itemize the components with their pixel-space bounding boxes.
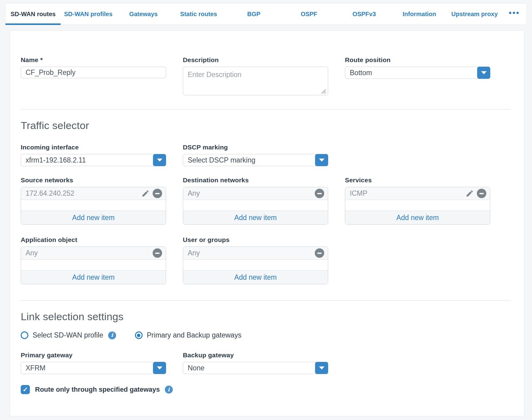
tab-more-menu[interactable]: ••• xyxy=(502,3,527,25)
name-label: Name * xyxy=(21,56,166,64)
radio-button-icon[interactable] xyxy=(21,331,28,339)
item-text: ICMP xyxy=(350,189,466,198)
incoming-interface-label: Incoming interface xyxy=(21,144,166,151)
minus-circle-icon[interactable] xyxy=(315,248,324,258)
route-only-label: Route only through specified gateways xyxy=(35,386,160,394)
minus-circle-icon[interactable] xyxy=(153,189,162,198)
chevron-down-icon[interactable] xyxy=(315,154,328,166)
tab-label: SD-WAN routes xyxy=(11,11,56,18)
tab-label: SD-WAN profiles xyxy=(64,11,112,18)
description-field: Description xyxy=(183,56,328,96)
tab-ospf[interactable]: OSPF xyxy=(282,3,337,25)
radio-select-sd-wan-profile[interactable]: Select SD-WAN profile xyxy=(21,331,116,339)
tab-information[interactable]: Information xyxy=(392,3,447,25)
link-selection-radio-group: Select SD-WAN profile Primary and Backup… xyxy=(21,331,512,339)
description-textarea[interactable] xyxy=(183,67,328,95)
list-item: Any xyxy=(21,247,166,260)
gateways-row: Primary gateway XFRM Backup gateway None xyxy=(21,352,512,374)
incoming-interface-field: Incoming interface xfrm1-192.168.2.11 xyxy=(21,144,166,166)
primary-gateway-select[interactable]: XFRM xyxy=(21,362,166,374)
tab-label: Gateways xyxy=(129,11,158,18)
incoming-interface-select[interactable]: xfrm1-192.168.2.11 xyxy=(21,154,166,166)
application-object-listbox: Any Add new item xyxy=(21,247,166,284)
name-input[interactable] xyxy=(21,67,166,78)
info-icon[interactable] xyxy=(165,386,173,394)
selected-value: None xyxy=(188,364,204,372)
tab-static-routes[interactable]: Static routes xyxy=(171,3,226,25)
item-text: 172.64.240.252 xyxy=(26,189,141,198)
services-field: Services ICMP Add new item xyxy=(345,177,490,225)
tab-sd-wan-profiles[interactable]: SD-WAN profiles xyxy=(61,3,116,25)
add-new-item-button[interactable]: Add new item xyxy=(21,270,166,284)
pencil-icon[interactable] xyxy=(466,189,474,198)
tab-gateways[interactable]: Gateways xyxy=(116,3,171,25)
divider xyxy=(21,109,511,110)
list-spacer xyxy=(21,260,166,270)
selected-value: XFRM xyxy=(26,364,45,372)
application-object-label: Application object xyxy=(21,236,166,243)
minus-circle-icon[interactable] xyxy=(153,248,162,258)
basic-info-row: Name * Description Route position Bottom xyxy=(21,56,512,96)
description-label: Description xyxy=(183,56,328,64)
application-object-field: Application object Any Add new item xyxy=(21,236,166,284)
ellipsis-icon: ••• xyxy=(509,8,520,18)
destination-networks-label: Destination networks xyxy=(183,177,328,184)
list-spacer xyxy=(183,200,328,211)
radio-label: Select SD-WAN profile xyxy=(33,331,103,339)
route-position-select[interactable]: Bottom xyxy=(345,67,490,79)
radio-primary-backup-gateways[interactable]: Primary and Backup gateways xyxy=(135,331,242,339)
selected-value: Select DSCP marking xyxy=(188,156,255,164)
route-only-row: Route only through specified gateways xyxy=(21,385,512,394)
radio-button-icon[interactable] xyxy=(135,331,143,339)
list-item: ICMP xyxy=(345,187,490,200)
minus-circle-icon[interactable] xyxy=(315,189,324,198)
backup-gateway-field: Backup gateway None xyxy=(183,352,328,374)
user-or-groups-listbox: Any Add new item xyxy=(183,247,328,284)
add-new-item-button[interactable]: Add new item xyxy=(345,211,490,224)
minus-circle-icon[interactable] xyxy=(477,189,486,198)
user-or-groups-label: User or groups xyxy=(183,236,328,243)
item-text: Any xyxy=(188,249,315,257)
user-or-groups-field: User or groups Any Add new item xyxy=(183,236,328,284)
destination-networks-field: Destination networks Any Add new item xyxy=(183,177,328,225)
radio-label: Primary and Backup gateways xyxy=(147,331,242,339)
tab-label: Upstream proxy xyxy=(451,11,498,18)
dscp-marking-select[interactable]: Select DSCP marking xyxy=(183,154,328,166)
selected-value: xfrm1-192.168.2.11 xyxy=(26,156,86,164)
active-tab-underline xyxy=(5,23,61,25)
primary-gateway-field: Primary gateway XFRM xyxy=(21,352,166,374)
list-item: Any xyxy=(183,247,328,260)
traffic-selector-heading: Traffic selector xyxy=(21,120,512,131)
backup-gateway-select[interactable]: None xyxy=(183,362,328,374)
info-icon[interactable] xyxy=(108,331,116,339)
tab-sd-wan-routes[interactable]: SD-WAN routes xyxy=(5,3,61,25)
route-position-label: Route position xyxy=(345,56,490,64)
source-networks-label: Source networks xyxy=(21,177,166,184)
chevron-down-icon[interactable] xyxy=(477,67,490,79)
add-new-item-button[interactable]: Add new item xyxy=(21,211,166,224)
chevron-down-icon[interactable] xyxy=(153,362,166,374)
divider xyxy=(21,300,511,301)
tab-label: Information xyxy=(403,11,436,18)
sd-wan-route-form-panel: Name * Description Route position Bottom xyxy=(10,30,524,416)
tab-bgp[interactable]: BGP xyxy=(226,3,281,25)
chevron-down-icon[interactable] xyxy=(153,154,166,166)
list-item: 172.64.240.252 xyxy=(21,187,166,200)
tab-label: Static routes xyxy=(180,11,217,18)
list-spacer xyxy=(21,200,166,211)
services-label: Services xyxy=(345,177,490,184)
add-new-item-button[interactable]: Add new item xyxy=(183,211,328,224)
services-listbox: ICMP Add new item xyxy=(345,187,490,225)
tab-ospfv3[interactable]: OSPFv3 xyxy=(337,3,392,25)
dscp-marking-label: DSCP marking xyxy=(183,144,328,151)
source-networks-listbox: 172.64.240.252 Add new item xyxy=(21,187,166,225)
tab-label: OSPF xyxy=(301,11,317,18)
tab-bar: SD-WAN routes SD-WAN profiles Gateways S… xyxy=(5,3,527,25)
tab-upstream-proxy[interactable]: Upstream proxy xyxy=(447,3,502,25)
checkbox-checked-icon[interactable] xyxy=(21,385,30,394)
tab-label: OSPFv3 xyxy=(353,11,376,18)
add-new-item-button[interactable]: Add new item xyxy=(183,270,328,284)
pencil-icon[interactable] xyxy=(141,189,150,198)
dscp-marking-field: DSCP marking Select DSCP marking xyxy=(183,144,328,166)
chevron-down-icon[interactable] xyxy=(315,362,328,374)
